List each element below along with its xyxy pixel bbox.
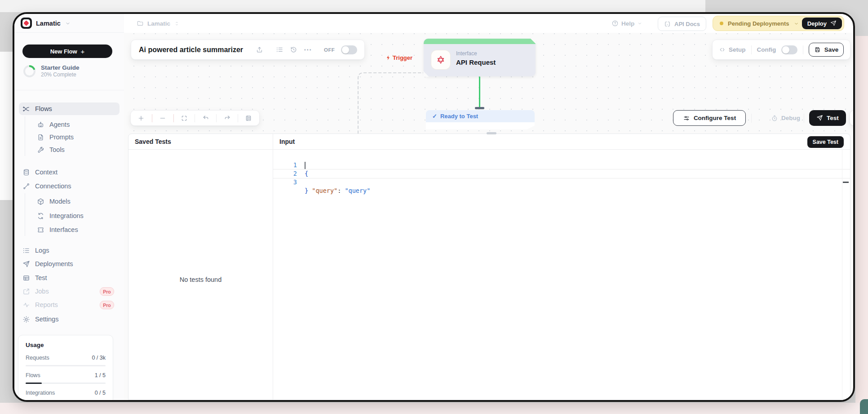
code-line-3: 3 }: [273, 169, 850, 178]
sidebar-item-interfaces[interactable]: Interfaces: [19, 223, 120, 236]
configure-test-label: Configure Test: [694, 115, 736, 121]
workspace-switcher[interactable]: Lamatic: [14, 14, 124, 33]
pro-badge-jobs: Pro: [100, 287, 114, 296]
bolt-icon: [385, 55, 391, 61]
divider: [195, 114, 195, 122]
usage-value: 1 / 5: [95, 372, 106, 378]
fit-view-button[interactable]: [179, 113, 190, 124]
sidebar-item-label: Settings: [35, 316, 58, 323]
config-toggle[interactable]: [781, 45, 797, 54]
history-icon[interactable]: [290, 46, 297, 53]
usage-value: 0 / 5: [95, 390, 106, 396]
help-label: Help: [621, 20, 634, 27]
sidebar-item-label: Logs: [35, 247, 49, 254]
test-options-dropdown[interactable]: [850, 110, 855, 126]
wrench-icon: [37, 146, 44, 154]
sidebar-item-label: Integrations: [49, 212, 84, 219]
cube-icon: [37, 198, 44, 205]
starter-guide-title: Starter Guide: [41, 64, 80, 71]
setup-button[interactable]: Setup: [719, 46, 746, 53]
sidebar-item-test[interactable]: Test: [19, 272, 120, 284]
undo-button[interactable]: [200, 113, 211, 124]
breadcrumb[interactable]: Lamatic: [137, 14, 180, 33]
sidebar-item-flows[interactable]: Flows: [19, 102, 120, 115]
sidebar-item-prompts[interactable]: Prompts: [19, 131, 120, 143]
sidebar-item-deployments[interactable]: Deployments: [19, 258, 120, 270]
code-line-1: 1 {: [273, 152, 850, 161]
help-menu[interactable]: Help: [611, 14, 642, 33]
divider: [238, 114, 238, 122]
flow-icon: [22, 105, 30, 113]
screenshot-stage: Lamatic New Flow + Starter Guide 20% Com…: [0, 0, 868, 414]
test-panel: Saved Tests No tests found Input Save Te…: [128, 134, 850, 400]
sidebar-divider: [14, 90, 124, 90]
floppy-icon: [814, 46, 821, 53]
api-docs-button[interactable]: API Docs: [658, 17, 706, 31]
share-icon[interactable]: [256, 46, 263, 53]
brackets-icon: [664, 21, 671, 27]
molecule-icon: [22, 183, 30, 190]
flow-enable-toggle[interactable]: [341, 45, 357, 54]
sidebar-item-label: Reports: [35, 301, 58, 308]
sidebar-item-label: Interfaces: [49, 226, 78, 233]
list-icon[interactable]: [276, 46, 283, 53]
sliders-icon: [683, 115, 690, 122]
sidebar-item-label: Flows: [35, 105, 52, 112]
sidebar-item-agents[interactable]: Agents: [19, 118, 120, 131]
deploy-button[interactable]: Deploy: [802, 18, 842, 29]
save-test-button[interactable]: Save Test: [807, 136, 844, 148]
save-button[interactable]: Save: [809, 43, 844, 57]
pending-deployments-dropdown[interactable]: Pending Deployments Deploy: [713, 16, 844, 31]
code-icon: [719, 46, 726, 53]
empty-state-text: No tests found: [128, 276, 273, 283]
saved-tests-title: Saved Tests: [135, 138, 171, 145]
sidebar-item-label: Jobs: [35, 288, 49, 295]
config-toggle-group: Config: [757, 46, 776, 53]
usage-label: Requests: [26, 355, 49, 361]
canvas-toolbar: [130, 110, 260, 126]
chevron-down-icon: [793, 21, 799, 27]
edge-connector-handle[interactable]: [475, 107, 484, 109]
configure-test-button[interactable]: Configure Test: [673, 110, 746, 126]
sidebar-item-context[interactable]: Context: [19, 166, 120, 178]
flow-title-card: Ai powered article summarizer ⋯ OFF: [131, 40, 365, 60]
code-token: }: [305, 187, 308, 194]
usage-label: Flows: [26, 372, 40, 378]
sort-updown-icon: [174, 21, 180, 27]
sidebar-item-integrations[interactable]: Integrations: [19, 209, 120, 222]
sidebar: Lamatic New Flow + Starter Guide 20% Com…: [14, 14, 124, 400]
starter-guide[interactable]: Starter Guide 20% Complete: [23, 64, 80, 78]
debug-label: Debug: [781, 115, 800, 121]
more-options-icon[interactable]: ⋯: [304, 45, 311, 54]
sidebar-item-settings[interactable]: Settings: [19, 313, 120, 325]
background-fragment-left: [0, 52, 13, 200]
list-icon: [22, 247, 30, 254]
trigger-text: Trigger: [393, 54, 412, 61]
input-panel: Input Save Test 1 { 2 "query": "query": [273, 134, 850, 400]
debug-button[interactable]: Debug: [771, 110, 800, 126]
send-icon: [816, 115, 823, 121]
breadcrumb-label: Lamatic: [147, 20, 170, 27]
zoom-in-button[interactable]: [136, 113, 146, 124]
sidebar-item-connections[interactable]: Connections: [19, 180, 120, 192]
sidebar-item-tools[interactable]: Tools: [19, 143, 120, 156]
usage-bar-flows: [26, 383, 106, 384]
json-input-editor[interactable]: 1 { 2 "query": "query" 3 }: [273, 150, 850, 400]
test-button[interactable]: Test: [809, 110, 846, 126]
node-api-request[interactable]: Interface API Request: [424, 39, 536, 76]
usage-bar-requests: [26, 365, 106, 366]
zoom-out-button[interactable]: [157, 113, 168, 124]
divider: [751, 114, 752, 123]
sidebar-item-models[interactable]: Models: [19, 195, 120, 208]
usage-bar-integrations: [26, 400, 106, 401]
sidebar-item-label: Deployments: [35, 260, 73, 267]
panel-resize-handle[interactable]: [487, 132, 496, 134]
sync-icon: [37, 212, 44, 220]
save-test-label: Save Test: [813, 139, 838, 145]
sidebar-item-logs[interactable]: Logs: [19, 244, 120, 257]
topbar: Lamatic Help API Docs Pending Deployment…: [124, 14, 853, 33]
new-flow-button[interactable]: New Flow +: [22, 45, 112, 58]
redo-button[interactable]: [222, 113, 233, 124]
notes-button[interactable]: [243, 113, 254, 124]
sidebar-item-label: Agents: [49, 121, 70, 128]
